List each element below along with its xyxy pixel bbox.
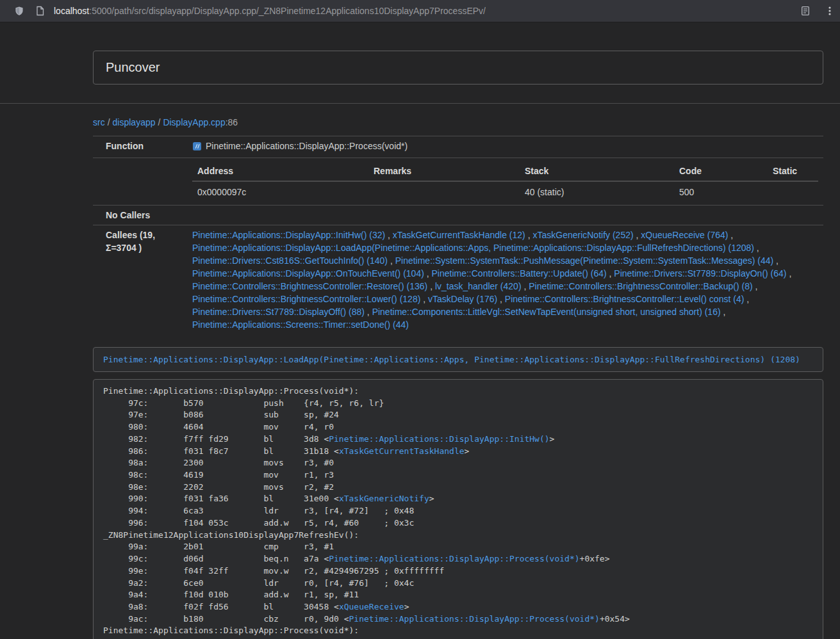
reader-mode-icon[interactable] (800, 6, 811, 16)
callees-label: Callees (19, Σ=3704 ) (93, 225, 187, 335)
disassembly-symbol-link[interactable]: xTaskGenericNotify (339, 494, 429, 503)
browser-toolbar: localhost:5000/path/src/displayapp/Displ… (0, 0, 840, 22)
callee-separator: , (787, 268, 792, 279)
callee-link[interactable]: Pinetime::System::SystemTask::PushMessag… (395, 255, 774, 266)
callee-link[interactable]: vTaskDelay (176) (428, 294, 497, 304)
empty-label-cell (93, 158, 187, 206)
breadcrumb: src/displayapp/DisplayApp.cpp:86 (93, 117, 823, 128)
function-row: Function Pinetime::Applications::Display… (93, 136, 823, 158)
disassembly-box: Pinetime::Applications::DisplayApp::Proc… (93, 379, 823, 639)
callee-link[interactable]: lv_task_handler (420) (435, 281, 522, 291)
details-header-row: Address Remarks Stack Code Static (192, 161, 818, 181)
callee-link[interactable]: Pinetime::Controllers::BrightnessControl… (529, 281, 752, 291)
stack-value: 40 (static) (520, 181, 674, 202)
address-value: 0x0000097c (192, 181, 368, 202)
no-callers-empty-cell (187, 206, 823, 225)
disassembly-symbol-link[interactable]: xQueueReceive (339, 602, 404, 611)
callee-link[interactable]: Pinetime::Drivers::Cst816S::GetTouchInfo… (192, 255, 388, 266)
callee-link[interactable]: Pinetime::Applications::DisplayApp::Init… (192, 230, 385, 240)
callees-cell: Pinetime::Applications::DisplayApp::Init… (187, 225, 823, 335)
callee-separator: , (424, 268, 432, 279)
disassembly-symbol-link[interactable]: Pinetime::Applications::DisplayApp::Proc… (349, 614, 600, 624)
callee-separator: , (721, 307, 726, 317)
page-icon[interactable] (35, 6, 45, 16)
callee-separator: , (420, 294, 428, 304)
divider (0, 103, 840, 104)
function-name-cell: Pinetime::Applications::DisplayApp::Proc… (187, 136, 823, 158)
callee-link[interactable]: Pinetime::Applications::Screens::Timer::… (192, 320, 409, 330)
callee-separator: , (427, 281, 435, 291)
column-header-code: Code (674, 161, 768, 181)
shield-icon[interactable] (14, 6, 24, 16)
callee-link[interactable]: Pinetime::Drivers::St7789::DisplayOn() (… (614, 268, 786, 279)
code-value: 500 (674, 181, 768, 202)
callee-separator: , (773, 255, 778, 266)
no-callers-label: No Callers (93, 206, 187, 225)
highlighted-symbol-link[interactable]: Pinetime::Applications::DisplayApp::Load… (103, 355, 800, 364)
callees-list: Pinetime::Applications::DisplayApp::Init… (192, 229, 818, 331)
callee-separator: , (522, 281, 529, 291)
callee-separator: , (754, 243, 759, 253)
callee-separator: , (385, 230, 393, 240)
callee-separator: , (525, 230, 533, 240)
symbol-table: Function Pinetime::Applications::Display… (93, 136, 823, 334)
callee-separator: , (634, 230, 641, 240)
disassembly-symbol-link[interactable]: Pinetime::Applications::DisplayApp::Proc… (329, 554, 579, 563)
method-icon (192, 142, 202, 154)
column-header-remarks: Remarks (368, 161, 520, 181)
url-path: :5000/path/src/displayapp/DisplayApp.cpp… (89, 6, 486, 16)
disassembly-symbol-link[interactable]: Pinetime::Applications::DisplayApp::Init… (329, 434, 549, 444)
details-value-row: 0x0000097c 40 (static) 500 (192, 181, 818, 202)
column-header-address: Address (192, 161, 368, 181)
breadcrumb-link-src[interactable]: src (93, 117, 105, 127)
function-details-row: Address Remarks Stack Code Static 0x0000… (93, 158, 823, 206)
highlighted-symbol-box: Pinetime::Applications::DisplayApp::Load… (93, 347, 823, 372)
column-header-stack: Stack (520, 161, 674, 181)
callee-separator: , (744, 294, 749, 304)
callee-link[interactable]: xQueueReceive (764) (641, 230, 728, 240)
callees-row: Callees (19, Σ=3704 ) Pinetime::Applicat… (93, 225, 823, 335)
callee-separator: , (728, 230, 733, 240)
remarks-value (368, 181, 520, 202)
callee-separator: , (497, 294, 505, 304)
callee-separator: , (365, 307, 372, 317)
callee-link[interactable]: xTaskGenericNotify (252) (532, 230, 633, 240)
callee-link[interactable]: Pinetime::Applications::DisplayApp::OnTo… (192, 268, 424, 279)
breadcrumb-line-number: :86 (226, 117, 238, 127)
details-table: Address Remarks Stack Code Static 0x0000… (192, 161, 818, 202)
callee-link[interactable]: Pinetime::Controllers::BrightnessControl… (192, 281, 427, 291)
callee-link[interactable]: Pinetime::Drivers::St7789::DisplayOff() … (192, 307, 365, 317)
page-container: Puncover src/displayapp/DisplayApp.cpp:8… (93, 51, 823, 639)
breadcrumb-separator: / (108, 117, 110, 127)
breadcrumb-separator: / (158, 117, 161, 127)
details-cell: Address Remarks Stack Code Static 0x0000… (187, 158, 823, 206)
callee-separator: , (388, 255, 395, 266)
callee-link[interactable]: Pinetime::Controllers::Battery::Update()… (432, 268, 607, 279)
breadcrumb-link-file[interactable]: DisplayApp.cpp (163, 117, 225, 127)
callee-link[interactable]: xTaskGetCurrentTaskHandle (12) (393, 230, 525, 240)
function-name: Pinetime::Applications::DisplayApp::Proc… (206, 141, 408, 151)
function-label: Function (93, 136, 187, 158)
breadcrumb-link-displayapp[interactable]: displayapp (113, 117, 156, 127)
callee-separator: , (753, 281, 758, 291)
callee-link[interactable]: Pinetime::Controllers::BrightnessControl… (192, 294, 420, 304)
url-bar[interactable]: localhost:5000/path/src/displayapp/Displ… (54, 6, 486, 16)
callee-link[interactable]: Pinetime::Components::LittleVgl::SetNewT… (372, 307, 721, 317)
callee-separator: , (607, 268, 614, 279)
no-callers-row: No Callers (93, 206, 823, 225)
static-value (768, 181, 818, 202)
column-header-static: Static (768, 161, 818, 181)
url-host: localhost (54, 6, 89, 16)
callee-link[interactable]: Pinetime::Controllers::BrightnessControl… (505, 294, 744, 304)
kebab-menu-icon[interactable] (828, 6, 831, 16)
page-title: Puncover (106, 60, 811, 75)
page-header-panel: Puncover (93, 51, 823, 85)
callee-link[interactable]: Pinetime::Applications::DisplayApp::Load… (192, 243, 754, 253)
disassembly-symbol-link[interactable]: xTaskGetCurrentTaskHandle (339, 446, 465, 456)
